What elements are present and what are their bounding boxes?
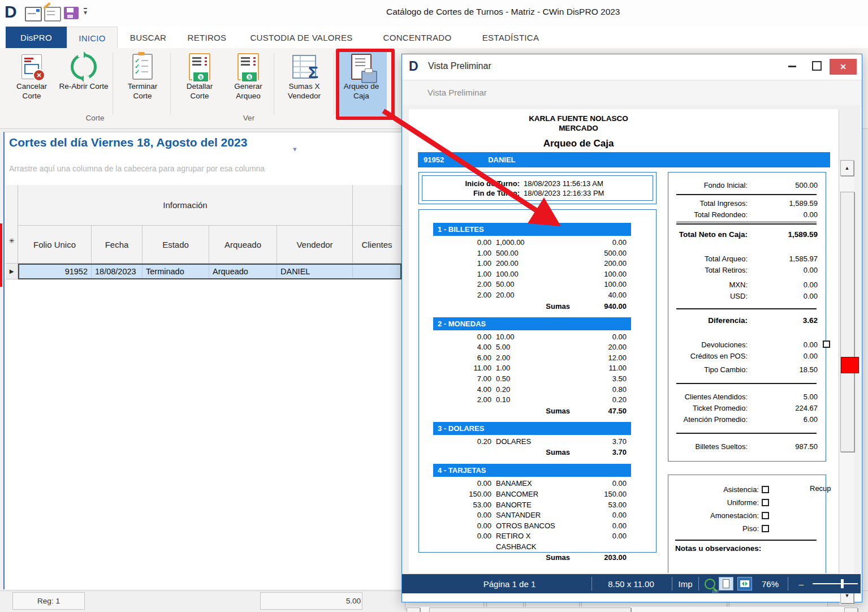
- column-header-clientes[interactable]: Clientes: [353, 226, 401, 264]
- amount: 3.50: [570, 374, 627, 385]
- column-header-folio[interactable]: Folio Unico: [18, 226, 92, 264]
- band-informacion[interactable]: Información: [18, 185, 353, 226]
- report-company: KARLA FUENTE NOLASCO: [409, 114, 748, 123]
- cancelar-corte-button[interactable]: ✕ Cancelar Corte: [8, 52, 55, 119]
- total-value: 6.00: [754, 415, 818, 424]
- denomination: OTROS BANCOS: [496, 521, 570, 532]
- ribbon-separator: [274, 53, 274, 115]
- statusbar-separator: [788, 577, 788, 591]
- sumas-row: Sumas47.50: [433, 406, 631, 416]
- zoom-slider-track[interactable]: [813, 583, 858, 584]
- minimize-button[interactable]: [788, 66, 796, 67]
- tab-custodia[interactable]: CUSTODIA DE VALORES: [245, 27, 358, 48]
- denomination-row: 1.00200.00200.00: [433, 258, 631, 269]
- inicio-value: 18/08/2023 11:56:13 AM: [524, 179, 603, 188]
- denomination: DOLARES: [496, 437, 570, 447]
- denomination-row: 1.00100.00100.00: [433, 269, 631, 280]
- total-label: Tipo Cambio:: [673, 365, 754, 374]
- vertical-scroll-thumb[interactable]: [840, 192, 854, 452]
- denomination-row: 0.20DOLARES3.70: [433, 437, 631, 447]
- report-page: KARLA FUENTE NOLASCO MERCADO Arqueo de C…: [409, 109, 839, 573]
- zoom-slider-thumb[interactable]: [841, 579, 844, 588]
- app-logo[interactable]: D: [5, 2, 17, 21]
- tab-estadistica[interactable]: ESTADÍSTICA: [477, 27, 545, 48]
- ribbon-separator: [334, 53, 334, 115]
- red-x-badge: ✕: [33, 69, 45, 81]
- row-pointer-icon: ▶: [10, 268, 14, 274]
- total-value: 0.00: [754, 292, 818, 300]
- annotation-box: [336, 49, 395, 120]
- zoom-100-button[interactable]: 100: [703, 578, 716, 589]
- clipboard-calc-icon[interactable]: [44, 7, 61, 21]
- denomination-row: 11.001.0011.00: [433, 363, 631, 374]
- selected-row[interactable]: 91952 18/08/2023 Terminado Arqueado DANI…: [18, 264, 401, 279]
- qty: 150.00: [433, 489, 491, 500]
- sumas-x-vendedor-button[interactable]: Σ Sumas X Vendedor: [278, 52, 330, 119]
- total-row: Fondo Inicial:500.00: [673, 179, 818, 191]
- tab-dispro[interactable]: DisPRO: [6, 27, 67, 48]
- window-title: Catálogo de Cortes de Turnos - Matriz - …: [386, 7, 620, 17]
- maximize-button[interactable]: [812, 61, 822, 71]
- generar-arqueo-button[interactable]: $ Generar Arqueo: [225, 52, 271, 119]
- zoom-out-button[interactable]: –: [797, 578, 806, 589]
- column-header-estado[interactable]: Estado: [142, 226, 209, 264]
- message-icon[interactable]: [25, 7, 42, 21]
- inspection-row: Amonestación:: [668, 509, 826, 522]
- tab-inicio[interactable]: INICIO: [67, 27, 118, 49]
- total-label: Clientes Atendidos:: [673, 393, 754, 401]
- save-icon[interactable]: [64, 7, 79, 19]
- vertical-scrollbar[interactable]: ▲ ▼: [840, 160, 854, 605]
- row-pointer-cell: ▶: [6, 264, 18, 279]
- close-button[interactable]: ✕: [830, 59, 857, 75]
- total-neto-row: Total Neto en Caja:1,589.59: [673, 228, 818, 240]
- denomination: 0.50: [496, 374, 570, 385]
- horizontal-scroll-thumb[interactable]: [429, 607, 631, 612]
- print-button[interactable]: Imp: [674, 578, 697, 589]
- page-view-icon: [719, 577, 733, 591]
- divider: [676, 433, 817, 434]
- button-label: Re-Abrir Corte: [59, 81, 108, 91]
- tab-concentrado[interactable]: CONCENTRADO: [378, 27, 457, 48]
- scroll-right-button[interactable]: ▶: [844, 607, 858, 612]
- scroll-left-button[interactable]: ◀: [407, 607, 420, 612]
- detallar-corte-button[interactable]: $ Detallar Corte: [176, 52, 223, 119]
- sumas-label: Sumas: [546, 447, 570, 458]
- heading-dropdown-icon[interactable]: ▾: [293, 145, 297, 153]
- tab-buscar[interactable]: BUSCAR: [126, 27, 171, 48]
- horizontal-scrollbar[interactable]: ◀ ▶: [407, 607, 859, 612]
- page-view-button[interactable]: [719, 578, 733, 589]
- denomination: 10.00: [496, 332, 570, 343]
- total-row: Atención Promedio:6.00: [673, 413, 818, 425]
- qty: 0.20: [433, 437, 491, 447]
- tab-retiros[interactable]: RETIROS: [184, 27, 230, 48]
- inspection-label: Piso:: [742, 524, 759, 533]
- qty: 2.00: [433, 279, 491, 290]
- sumas-value: 203.00: [570, 552, 627, 563]
- inicio-turno-row: Inicio de Turno: 18/08/2023 11:56:13 AM: [422, 179, 653, 188]
- magnifier-icon: 100: [705, 579, 715, 589]
- denomination: 1.00: [496, 363, 570, 374]
- fit-width-icon: [737, 577, 752, 591]
- scroll-up-button[interactable]: ▲: [840, 160, 854, 176]
- report-header: KARLA FUENTE NOLASCO MERCADO Arqueo de C…: [409, 114, 748, 149]
- total-label: Devoluciones:: [673, 341, 754, 349]
- ribbon-tabs: DisPRO INICIO BUSCAR RETIROS CUSTODIA DE…: [0, 27, 868, 48]
- table-row[interactable]: ▶ 91952 18/08/2023 Terminado Arqueado DA…: [6, 264, 401, 279]
- qty: 0.00: [433, 531, 491, 552]
- fit-width-button[interactable]: [737, 578, 752, 589]
- amonestacion-checkbox: [762, 512, 769, 519]
- cancel-document-icon: ✕: [21, 54, 42, 79]
- quick-access-dropdown-icon[interactable]: ▾: [84, 8, 87, 15]
- column-header-fecha[interactable]: Fecha: [92, 226, 142, 264]
- total-label: Diferencia:: [673, 316, 754, 325]
- column-header-vendedor[interactable]: Vendedor: [277, 226, 353, 264]
- amount: 0.00: [570, 510, 627, 521]
- reabrir-corte-button[interactable]: Re-Abrir Corte: [59, 52, 109, 119]
- total-value: 500.00: [754, 181, 818, 189]
- cell-estado: Terminado: [142, 265, 209, 278]
- denomination-row: 0.00SANTANDER0.00: [433, 510, 631, 521]
- total-row: Ticket Promedio:224.67: [673, 402, 818, 413]
- column-header-arqueado[interactable]: Arqueado: [209, 226, 277, 264]
- terminar-corte-button[interactable]: ✓✓✓ Terminar Corte: [118, 52, 167, 119]
- button-label: Sumas X Vendedor: [278, 81, 330, 101]
